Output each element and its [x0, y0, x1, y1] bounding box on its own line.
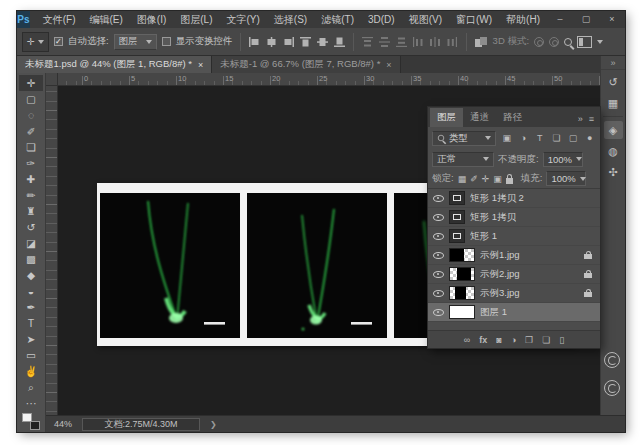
fluorescence-image-2[interactable]: [247, 193, 387, 338]
align-right-edges-icon[interactable]: [282, 36, 295, 48]
auto-select-dropdown[interactable]: 图层: [114, 34, 157, 50]
layer-row[interactable]: 矩形 1拷贝: [428, 208, 600, 227]
document-info-field[interactable]: 文档:2.75M/4.30M: [82, 418, 200, 431]
menu-view[interactable]: 视图(V): [402, 11, 449, 28]
menu-window[interactable]: 窗口(W): [449, 11, 499, 28]
workspace-switcher-icon[interactable]: [577, 36, 592, 48]
menu-help[interactable]: 帮助(H): [499, 11, 547, 28]
menu-type[interactable]: 文字(Y): [220, 11, 267, 28]
layer-thumbnail[interactable]: [449, 305, 475, 319]
auto-select-checkbox[interactable]: ✓: [54, 37, 63, 46]
current-tool-preset[interactable]: ✛: [22, 32, 49, 52]
layer-thumbnail[interactable]: [449, 248, 475, 262]
filter-kind-image-icon[interactable]: ▣: [500, 133, 513, 143]
lock-all-icon[interactable]: [506, 178, 513, 184]
auto-align-button[interactable]: [474, 36, 488, 48]
crop-tool[interactable]: ❏: [19, 139, 43, 155]
eraser-tool[interactable]: ◪: [19, 235, 43, 251]
menu-file[interactable]: 文件(F): [36, 11, 83, 28]
gradient-tool[interactable]: ▩: [19, 251, 43, 267]
filter-kind-adjustment-icon[interactable]: ◑: [517, 133, 530, 143]
lasso-tool[interactable]: ◌: [19, 107, 43, 123]
blend-mode-dropdown[interactable]: 正常: [432, 152, 494, 167]
align-bottom-edges-icon[interactable]: [333, 36, 346, 48]
visibility-eye-icon[interactable]: [432, 192, 444, 204]
filter-type-dropdown[interactable]: 类型: [432, 131, 496, 146]
visibility-eye-icon[interactable]: [432, 249, 444, 261]
background-color-swatch[interactable]: [30, 421, 40, 430]
layer-row[interactable]: 矩形 1: [428, 227, 600, 246]
history-brush-tool[interactable]: ↺: [19, 219, 43, 235]
layer-row[interactable]: 示例1.jpg: [428, 246, 600, 265]
move-tool[interactable]: ✛: [19, 75, 43, 91]
maximize-button[interactable]: ▢: [573, 11, 599, 28]
collapse-dock-icon[interactable]: »: [601, 56, 625, 70]
filter-kind-smartobject-icon[interactable]: ▢: [567, 133, 580, 143]
menu-layer[interactable]: 图层(L): [173, 11, 219, 28]
minimize-button[interactable]: –: [547, 11, 573, 28]
align-vertical-centers-icon[interactable]: [316, 36, 329, 48]
visibility-eye-icon[interactable]: [432, 287, 444, 299]
distribute-vertical-centers-icon[interactable]: [378, 36, 391, 48]
distribute-horizontal-centers-icon[interactable]: [429, 36, 442, 48]
tab-close-icon[interactable]: ×: [198, 60, 203, 70]
distribute-right-edges-icon[interactable]: [446, 36, 459, 48]
lock-transparency-icon[interactable]: ▦: [458, 174, 467, 184]
close-button[interactable]: ×: [599, 11, 625, 28]
zoom-tool[interactable]: ⌕: [19, 379, 43, 395]
marquee-tool[interactable]: ▢: [19, 91, 43, 107]
opacity-dropdown[interactable]: 100%: [543, 152, 583, 167]
history-panel-icon[interactable]: ↺: [604, 73, 623, 91]
type-tool[interactable]: T: [19, 315, 43, 331]
path-selection-tool[interactable]: ➤: [19, 331, 43, 347]
brush-tool[interactable]: ✏: [19, 187, 43, 203]
3d-orbit-icon[interactable]: [534, 37, 544, 47]
layers-panel-icon[interactable]: ◈: [604, 121, 623, 139]
filter-switch-icon[interactable]: ●: [583, 133, 596, 143]
adjustment-layer-icon[interactable]: ◑: [511, 335, 516, 345]
distribute-bottom-edges-icon[interactable]: [395, 36, 408, 48]
pen-tool[interactable]: ✒: [19, 299, 43, 315]
link-layers-icon[interactable]: ∞: [464, 335, 470, 345]
status-arrow-icon[interactable]: ❯: [210, 420, 217, 429]
clone-stamp-tool[interactable]: ♜: [19, 203, 43, 219]
visibility-eye-icon[interactable]: [432, 268, 444, 280]
filter-kind-type-icon[interactable]: T: [534, 133, 547, 143]
layer-row[interactable]: 矩形 1拷贝 2: [428, 189, 600, 208]
edit-toolbar-button[interactable]: ⋯: [19, 395, 43, 411]
visibility-eye-icon[interactable]: [432, 211, 444, 223]
document-tab-1[interactable]: 未标题1.psd @ 44% (图层 1, RGB/8#) * ×: [17, 56, 212, 73]
new-layer-icon[interactable]: ❏: [542, 335, 550, 345]
new-group-icon[interactable]: ❐: [525, 335, 533, 345]
hand-tool[interactable]: ✌: [19, 363, 43, 379]
layer-row-selected[interactable]: 图层 1: [428, 303, 600, 322]
tab-paths[interactable]: 路径: [496, 108, 529, 127]
tab-layers[interactable]: 图层: [430, 108, 463, 127]
tab-channels[interactable]: 通道: [463, 108, 496, 127]
layer-thumbnail[interactable]: [449, 286, 475, 300]
lock-position-icon[interactable]: ✛: [482, 174, 490, 184]
lock-pixels-icon[interactable]: ✐: [470, 174, 478, 184]
menu-select[interactable]: 选择(S): [267, 11, 314, 28]
round-panel-icon-top[interactable]: [604, 352, 620, 368]
filter-kind-shape-icon[interactable]: ❏: [550, 133, 563, 143]
layer-thumbnail[interactable]: [449, 267, 475, 281]
fill-dropdown[interactable]: 100%: [546, 171, 586, 186]
layer-mask-icon[interactable]: ◙: [496, 335, 501, 345]
lock-artboard-icon[interactable]: ▣: [493, 174, 502, 184]
align-top-edges-icon[interactable]: [299, 36, 312, 48]
blur-tool[interactable]: ◆: [19, 267, 43, 283]
delete-layer-icon[interactable]: ▯: [559, 335, 564, 345]
menu-image[interactable]: 图像(I): [130, 11, 173, 28]
show-transform-checkbox[interactable]: [162, 37, 171, 46]
menu-edit[interactable]: 编辑(E): [82, 11, 129, 28]
channels-panel-icon[interactable]: ◍: [604, 142, 623, 160]
swatches-panel-icon[interactable]: ▦: [604, 94, 623, 112]
document-tab-2[interactable]: 未标题-1 @ 66.7% (图层 7, RGB/8#) * ×: [212, 56, 400, 73]
panel-menu-icon[interactable]: ≡: [589, 114, 594, 124]
dodge-tool[interactable]: ◒: [19, 283, 43, 299]
shape-tool[interactable]: ▭: [19, 347, 43, 363]
3d-roll-icon[interactable]: [549, 37, 559, 47]
layer-thumbnail[interactable]: [449, 191, 465, 205]
fluorescence-image-1[interactable]: [100, 193, 240, 338]
